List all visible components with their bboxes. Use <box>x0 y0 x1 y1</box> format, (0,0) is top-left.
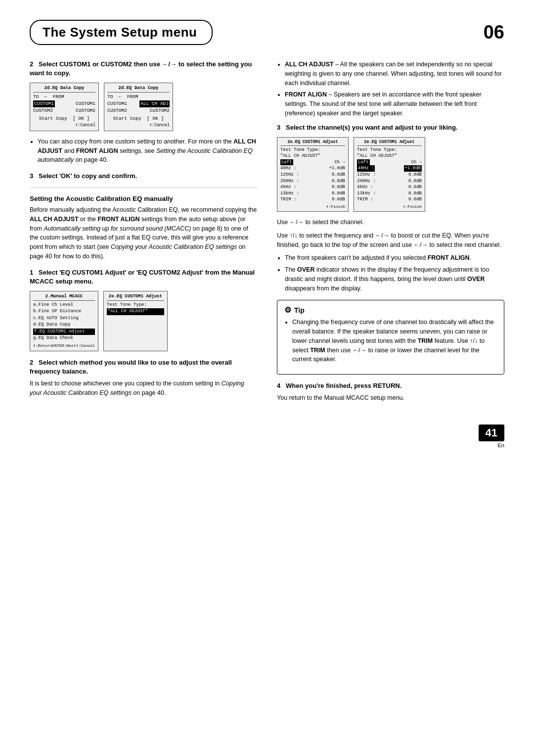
step-2-bullets: You can also copy from one custom settin… <box>30 137 257 165</box>
page-title: The System Setup menu <box>30 20 213 45</box>
eq-row-125hz-b: 125Hz :0.0dB <box>357 172 422 178</box>
manual-eq-intro: Before manually adjusting the Acoustic C… <box>30 205 257 261</box>
step-4-block: 4 When you're finished, press RETURN. Yo… <box>277 381 504 403</box>
eq-screen-a-tone-val: "ALL CH ADJUST" <box>280 153 345 159</box>
eq-row-trim-a: TRIM :0.0dB <box>280 196 345 203</box>
screen-copy-1: 2d.EQ Data Copy TO ← FROM CUSTOM1 CUSTOM… <box>30 83 99 131</box>
step-3-heading: 3 Select 'OK' to copy and confirm. <box>30 172 257 181</box>
eq-row-125hz-a: 125Hz :0.0dB <box>280 172 345 178</box>
tip-label: Tip <box>294 306 305 314</box>
tip-title: ⚙ Tip <box>284 305 497 315</box>
mcacc-title: 2.Manual MCACC <box>33 293 95 301</box>
step-2b-block: 2 Select which method you would like to … <box>30 358 257 398</box>
eq-row-250hz-b: 250Hz :0.0dB <box>357 178 422 185</box>
step-2b-para: It is best to choose whichever one you c… <box>30 379 257 398</box>
eq-screen-b-channel: Left Ch → <box>357 159 422 166</box>
screen-copy-2-title: 2d.EQ Data Copy <box>107 85 170 93</box>
eq-row-13khz-a: 13kHz :0.0dB <box>280 190 345 197</box>
subsection-manual-eq: Setting the Acoustic Calibration EQ manu… <box>30 195 257 261</box>
left-column: 2 Select CUSTOM1 or CUSTOM2 then use ←/→… <box>30 60 257 410</box>
eq-row-40hz-a: 40Hz :+1.0dB <box>280 165 345 172</box>
eq-screen-b-title: 2e.EQ CUSTOM1 Adjust <box>357 140 422 146</box>
eq-screen-b: 2e.EQ CUSTOM1 Adjust Test Tone Type: "AL… <box>354 137 425 212</box>
eq-screen-a-finish: ⬆:Finish <box>280 204 345 209</box>
screen-copy-1-row2: CUSTOM2 CUSTOM2 <box>33 107 95 114</box>
bullet-front-align: FRONT ALIGN – Speakers are set in accord… <box>285 90 504 118</box>
mcacc-screen-container: 2.Manual MCACC a.Fine Ch Level b.Fine SP… <box>30 291 257 351</box>
screen-copy-2-ok: Start Copy [ OK ] <box>107 115 170 122</box>
screen-copy-2-header: TO ← FROM <box>107 94 170 100</box>
subsection-title: Setting the Acoustic Calibration EQ manu… <box>30 195 257 202</box>
bullet-over-indicator: The OVER indicator shows in the display … <box>285 265 504 293</box>
page-footer: 41 En <box>30 425 504 448</box>
main-content: 2 Select CUSTOM1 or CUSTOM2 then use ←/→… <box>30 60 504 410</box>
method-bullets: ALL CH ADJUST – All the speakers can be … <box>277 60 504 118</box>
screen-copy-2: 2d.EQ Data Copy TO ← FROM CUSTOM1 ALL CH… <box>104 83 173 131</box>
tip-icon: ⚙ <box>284 305 291 315</box>
step-2-heading: 2 Select CUSTOM1 or CUSTOM2 then use ←/→… <box>30 60 257 78</box>
use-arrows-ch: Use ←/→ to select the channel. <box>277 218 504 227</box>
screen-copy-1-cancel: ⬆:Cancel <box>33 122 95 128</box>
screen-copy-2-cancel: ⬆:Cancel <box>107 122 170 128</box>
mcacc-item-2: b.Fine SP Distance <box>33 308 95 315</box>
chapter-number: 06 <box>484 22 504 43</box>
tip-content: Changing the frequency curve of one chan… <box>292 318 497 364</box>
screen-copy-1-row1: CUSTOM1 CUSTOM1 <box>33 100 95 107</box>
bullet-all-ch: ALL CH ADJUST – All the speakers can be … <box>285 60 504 88</box>
mcacc-item-6: g.EQ Data Check <box>33 335 95 342</box>
bullet-copy-info: You can also copy from one custom settin… <box>38 137 257 165</box>
screen-copy-2-row1: CUSTOM1 ALL CH ADJ <box>107 100 170 107</box>
eq-row-40hz-b: 40Hz :+1.0dB <box>357 165 422 172</box>
eq-screen-b-tone: Test Tone Type: <box>357 147 422 153</box>
screen-copy-2-row2: CUSTOM2 CUSTOM2 <box>107 107 170 114</box>
step-1-manual-block: 1 Select 'EQ CUSTOM1 Adjust' or 'EQ CUST… <box>30 268 257 351</box>
section-divider <box>30 188 257 188</box>
mcacc-item-1: a.Fine Ch Level <box>33 302 95 309</box>
screen-copy-1-header: TO ← FROM <box>33 94 95 100</box>
eq-tone-type-val: "ALL CH ADJUST" <box>107 308 164 315</box>
eq-row-trim-b: TRIM :0.0dB <box>357 196 422 203</box>
eq-adjust-screens: 2e.EQ CUSTOM1 Adjust Test Tone Type: "AL… <box>277 137 504 212</box>
language-label: En <box>479 442 504 448</box>
step-3-right-block: 3 Select the channel(s) you want and adj… <box>277 123 504 293</box>
page: The System Setup menu 06 2 Select CUSTOM… <box>0 0 534 756</box>
right-column: ALL CH ADJUST – All the speakers can be … <box>277 60 504 410</box>
eq-row-4khz-b: 4kHz :0.0dB <box>357 184 422 190</box>
step-1-manual-heading: 1 Select 'EQ CUSTOM1 Adjust' or 'EQ CUST… <box>30 268 257 286</box>
eq-screen-a: 2e.EQ CUSTOM1 Adjust Test Tone Type: "AL… <box>277 137 349 212</box>
eq-screen-b-tone-val: "ALL CH ADJUST" <box>357 153 422 159</box>
bullet-front-align-note: The front speakers can't be adjusted if … <box>285 253 504 263</box>
page-header: The System Setup menu 06 <box>30 20 504 45</box>
page-number: 41 <box>479 425 504 441</box>
eq-custom-screen: 2e.EQ CUSTOM1 Adjust Test Tone Type: "AL… <box>103 291 168 351</box>
eq-tone-type-label: Test Tone Type: <box>107 302 164 309</box>
step-4-para: You return to the Manual MCACC setup men… <box>277 393 504 403</box>
screen-copy-1-title: 2d.EQ Data Copy <box>33 85 95 93</box>
screen-copy-1-ok: Start Copy [ OK ] <box>33 115 95 122</box>
eq-adjust-bullets: The front speakers can't be adjusted if … <box>277 253 504 293</box>
eq-screen-a-channel: Left Ch → <box>280 159 345 166</box>
mcacc-item-4: d.EQ Data Copy <box>33 322 95 329</box>
step-2b-heading: 2 Select which method you would like to … <box>30 358 257 376</box>
mcacc-menu-screen: 2.Manual MCACC a.Fine Ch Level b.Fine SP… <box>30 291 98 351</box>
eq-screen-a-tone: Test Tone Type: <box>280 147 345 153</box>
step-3-block: 3 Select 'OK' to copy and confirm. <box>30 172 257 181</box>
tip-list: Changing the frequency curve of one chan… <box>284 318 497 364</box>
screen-container-copy: 2d.EQ Data Copy TO ← FROM CUSTOM1 CUSTOM… <box>30 83 257 131</box>
eq-screen-b-finish: ⬆:Finish <box>357 204 422 209</box>
eq-custom-title: 2e.EQ CUSTOM1 Adjust <box>107 293 164 301</box>
mcacc-item-5-highlight: f.EQ CUSTOM1 Adjust <box>33 329 95 335</box>
eq-screen-a-title: 2e.EQ CUSTOM1 Adjust <box>280 140 345 146</box>
mcacc-footer: ⬆:Return ENTER:Next ⬆:Cancel <box>33 343 95 349</box>
step-3-right-heading: 3 Select the channel(s) you want and adj… <box>277 123 504 132</box>
eq-row-250hz-a: 250Hz :0.0dB <box>280 178 345 185</box>
use-updown-para: Use ↑/↓ to select the frequency and ←/→ … <box>277 231 504 250</box>
step-4-heading: 4 When you're finished, press RETURN. <box>277 381 504 390</box>
eq-row-4khz-a: 4kHz :0.0dB <box>280 184 345 190</box>
eq-row-13khz-b: 13kHz :0.0dB <box>357 190 422 197</box>
step-2-block: 2 Select CUSTOM1 or CUSTOM2 then use ←/→… <box>30 60 257 165</box>
tip-box: ⚙ Tip Changing the frequency curve of on… <box>277 300 504 375</box>
mcacc-item-3: c.EQ AUTO Setting <box>33 315 95 322</box>
